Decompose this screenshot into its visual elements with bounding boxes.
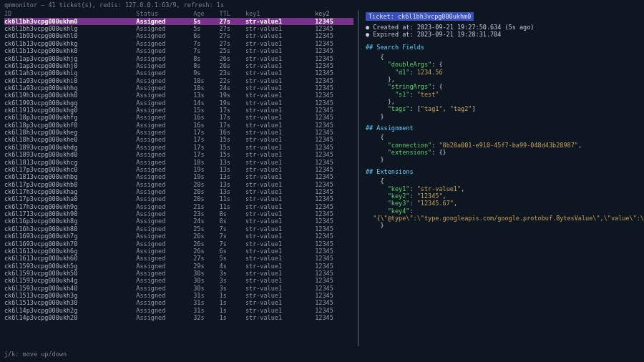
table-row[interactable]: ck6l1593vcpg000ukh5gAssigned29s4sstr-val…: [4, 263, 353, 270]
table-row[interactable]: ck6l1593vcpg000ukh4gAssigned30s3sstr-val…: [4, 277, 353, 284]
search-fields-block: { "doubleArgs": { "d1": 1234.56 }, "stri…: [366, 54, 637, 120]
table-row[interactable]: ck6l16p3vcpg000ukh8gAssigned24s8sstr-val…: [4, 217, 353, 225]
status-text: qmmonitor – 41 ticket(s), redis: 127.0.0…: [4, 1, 224, 9]
table-row[interactable]: ck6l17h3vcpg000ukh9gAssigned21s11sstr-va…: [4, 203, 353, 210]
section-extensions: ## Extensions: [366, 168, 637, 175]
table-row[interactable]: ck6l1513vcpg000ukh30Assigned31s1sstr-val…: [4, 299, 353, 306]
table-row[interactable]: ck6l14p3vcpg000ukh20Assigned32s1sstr-val…: [4, 314, 353, 321]
table-row[interactable]: ck6l18p3vcpg000ukhfgAssigned16s17sstr-va…: [4, 114, 353, 121]
table-row[interactable]: ck6l19h3vcpg000ukhh0Assigned13s19sstr-va…: [4, 92, 353, 99]
table-row[interactable]: ck6l1b13vcpg000ukhk0Assigned7s25sstr-val…: [4, 47, 353, 54]
table-row[interactable]: ck6l1693vcpg000ukh70Assigned26s7sstr-val…: [4, 240, 353, 248]
table-row[interactable]: ck6l14p3vcpg000ukh2gAssigned31s1sstr-val…: [4, 307, 353, 314]
expired-at: ● Expired at: 2023-09-21 19:28:31.784: [366, 31, 637, 38]
col-age: Age: [193, 10, 219, 17]
section-assignment: ## Assignment: [366, 124, 637, 132]
detail-title: Ticket: ck6l1bh3vcpg000ukhm0: [366, 12, 474, 21]
table-row[interactable]: ck6l1613vcpg000ukh6gAssigned26s6sstr-val…: [4, 248, 353, 255]
help-bar: j/k: move up/down: [0, 346, 644, 362]
detail-meta: ● Created at: 2023-09-21 19:27:50.634 (5…: [366, 24, 637, 39]
table-row[interactable]: ck6l1713vcpg000ukh90Assigned23s8sstr-val…: [4, 210, 353, 217]
table-row[interactable]: ck6l1ap3vcpg000ukhj0Assigned8s26sstr-val…: [4, 62, 353, 69]
table-row[interactable]: ck6l1893vcpg000ukhdgAssigned17s15sstr-va…: [4, 144, 353, 151]
table-row[interactable]: ck6l1b93vcpg000ukhl0Assigned6s27sstr-val…: [4, 32, 353, 39]
table-row[interactable]: ck6l18p3vcpg000ukhf0Assigned16s17sstr-va…: [4, 122, 353, 129]
extensions-block: { "key1": "str-value1", "key2": "12345",…: [366, 177, 637, 230]
table-row[interactable]: ck6l1593vcpg000ukh40Assigned30s3sstr-val…: [4, 285, 353, 292]
created-at: ● Created at: 2023-09-21 19:27:50.634 (5…: [366, 24, 637, 31]
table-row[interactable]: ck6l16h3vcpg000ukh80Assigned25s7sstr-val…: [4, 225, 353, 233]
table-row[interactable]: ck6l1a93vcpg000ukhhgAssigned10s24sstr-va…: [4, 84, 353, 92]
table-row[interactable]: ck6l17p3vcpg000ukhb0Assigned20s13sstr-va…: [4, 181, 353, 188]
app-root: qmmonitor – 41 ticket(s), redis: 127.0.0…: [0, 0, 644, 362]
col-id: ID: [4, 10, 136, 17]
detail-pane: Ticket: ck6l1bh3vcpg000ukhm0 ● Created a…: [358, 10, 644, 346]
col-status: Status: [136, 10, 193, 17]
table-row[interactable]: ck6l1593vcpg000ukh50Assigned30s3sstr-val…: [4, 270, 353, 277]
section-search-fields: ## Search Fields: [366, 44, 637, 51]
table-row[interactable]: ck6l1993vcpg000ukhggAssigned14s19sstr-va…: [4, 99, 353, 107]
table-row[interactable]: ck6l1bh3vcpg000ukhm0Assigned5s27sstr-val…: [4, 18, 353, 25]
col-key1: key1: [245, 10, 315, 17]
ticket-table: ID Status Age TTL key1 key2 ck6l1bh3vcpg…: [4, 10, 353, 321]
assignment-block: { "connection": "8b28a001-e910-45f7-ba99…: [366, 134, 637, 163]
table-row[interactable]: ck6l1ah3vcpg000ukhigAssigned9s23sstr-val…: [4, 69, 353, 77]
col-ttl: TTL: [220, 10, 245, 17]
table-row[interactable]: ck6l1513vcpg000ukh3gAssigned31s1sstr-val…: [4, 292, 353, 299]
table-row[interactable]: ck6l1693vcpg000ukh7gAssigned26s7sstr-val…: [4, 233, 353, 240]
table-header-row: ID Status Age TTL key1 key2: [4, 10, 353, 17]
table-row[interactable]: ck6l1893vcpg000ukhd0Assigned17s15sstr-va…: [4, 151, 353, 158]
table-row[interactable]: ck6l17h3vcpg000ukhagAssigned20s13sstr-va…: [4, 188, 353, 195]
table-row[interactable]: ck6l1813vcpg000ukhcgAssigned18s13sstr-va…: [4, 159, 353, 166]
col-key2: key2: [315, 10, 353, 17]
table-row[interactable]: ck6l1a93vcpg000ukhi0Assigned10s22sstr-va…: [4, 77, 353, 84]
table-row[interactable]: ck6l1b13vcpg000ukhkgAssigned7s27sstr-val…: [4, 40, 353, 47]
ticket-list-pane[interactable]: ID Status Age TTL key1 key2 ck6l1bh3vcpg…: [0, 10, 358, 346]
table-row[interactable]: ck6l1813vcpg000ukhbgAssigned19s13sstr-va…: [4, 173, 353, 180]
table-row[interactable]: ck6l18h3vcpg000ukhegAssigned17s16sstr-va…: [4, 129, 353, 136]
table-row[interactable]: ck6l17p3vcpg000ukhc0Assigned19s13sstr-va…: [4, 166, 353, 173]
table-row[interactable]: ck6l1613vcpg000ukh60Assigned27s5sstr-val…: [4, 255, 353, 262]
table-row[interactable]: ck6l1913vcpg000ukhg0Assigned15s17sstr-va…: [4, 107, 353, 114]
main-split: ID Status Age TTL key1 key2 ck6l1bh3vcpg…: [0, 10, 644, 346]
table-row[interactable]: ck6l18h3vcpg000ukhe0Assigned17s15sstr-va…: [4, 136, 353, 143]
table-row[interactable]: ck6l17p3vcpg000ukha0Assigned20s11sstr-va…: [4, 195, 353, 202]
table-row[interactable]: ck6l1ap3vcpg000ukhjgAssigned8s26sstr-val…: [4, 55, 353, 62]
table-row[interactable]: ck6l1bh3vcpg000ukhlgAssigned5s27sstr-val…: [4, 25, 353, 32]
status-bar: qmmonitor – 41 ticket(s), redis: 127.0.0…: [0, 0, 644, 10]
